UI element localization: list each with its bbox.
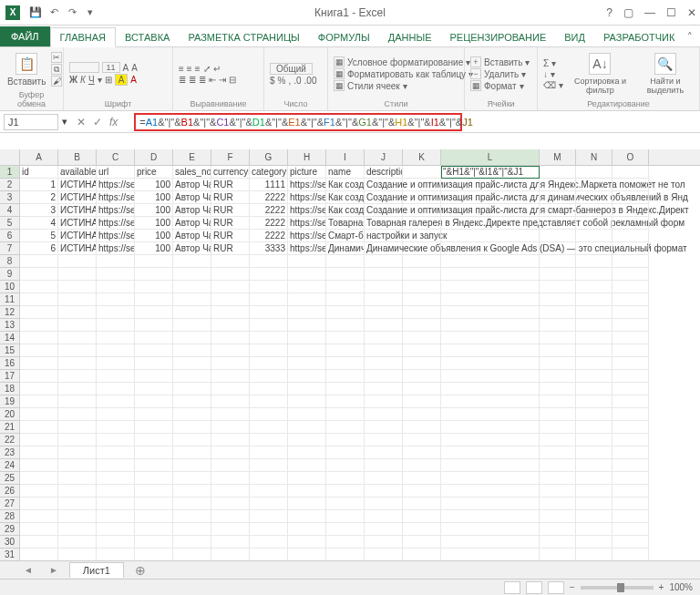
indent-dec-icon[interactable]: ⇤ [209,75,216,85]
cell[interactable] [135,319,173,332]
row-header[interactable]: 2 [0,179,19,191]
cell[interactable] [173,306,211,319]
cell[interactable]: настройки и запуск [365,230,403,242]
cell[interactable]: 1111 [250,179,288,191]
orientation-icon[interactable]: ⤢ [203,64,211,74]
cell[interactable] [58,421,97,434]
cell[interactable] [612,332,649,344]
cell[interactable] [540,344,576,357]
cell[interactable]: 1 [20,179,58,191]
cell[interactable] [20,523,58,536]
indent-inc-icon[interactable]: ⇥ [219,75,226,85]
cell[interactable] [365,549,403,561]
cell[interactable] [97,446,135,459]
cell[interactable] [326,408,365,421]
cell[interactable] [612,344,649,357]
cell[interactable] [576,459,612,472]
cell[interactable] [612,510,649,523]
cell[interactable] [20,510,58,523]
select-all-corner[interactable] [0,149,20,166]
enter-formula-icon[interactable]: ✓ [93,116,102,128]
row-header[interactable]: 28 [0,510,19,523]
cell[interactable] [288,344,326,357]
cell[interactable] [540,281,576,293]
cell[interactable] [250,306,288,319]
row-header[interactable]: 30 [0,536,19,549]
cell[interactable] [288,421,326,434]
cell[interactable] [211,306,250,319]
cell[interactable] [576,344,612,357]
cell[interactable] [135,332,173,344]
cell[interactable] [576,549,612,561]
cell[interactable] [540,332,576,344]
cell[interactable] [211,319,250,332]
cell[interactable] [365,434,403,446]
cell[interactable]: description [365,166,403,179]
cell[interactable] [135,281,173,293]
cell[interactable] [20,370,58,383]
cell[interactable] [441,191,540,204]
cell[interactable] [540,395,576,408]
cell[interactable] [441,242,540,255]
cell[interactable] [540,523,576,536]
cell[interactable]: 2222 [250,217,288,230]
cell[interactable] [250,498,288,510]
cell[interactable] [135,293,173,306]
cell[interactable] [211,395,250,408]
cell[interactable] [97,281,135,293]
cell[interactable] [135,357,173,370]
cell[interactable] [20,485,58,498]
cell[interactable] [441,268,540,281]
cell[interactable]: Автор Чан [173,204,211,217]
paste-button[interactable]: 📋 Вставить [5,51,47,88]
cell[interactable] [326,255,365,268]
cell[interactable] [576,230,612,242]
underline-icon[interactable]: Ч [88,75,95,85]
cell[interactable] [211,421,250,434]
cell[interactable] [173,434,211,446]
cell[interactable] [97,459,135,472]
cell[interactable] [441,536,540,549]
col-header-M[interactable]: M [540,149,576,165]
cell[interactable] [288,395,326,408]
cell[interactable] [288,523,326,536]
row-header[interactable]: 3 [0,191,19,204]
row-header[interactable]: 1 [0,166,19,179]
cell[interactable] [612,217,649,230]
cell[interactable] [211,357,250,370]
cell[interactable]: Создание и оптимизация прайс-листа для д… [365,191,403,204]
cell[interactable] [441,293,540,306]
cell[interactable] [576,370,612,383]
cell[interactable] [540,166,576,179]
clear-icon[interactable]: ⌫ [543,80,556,90]
cell[interactable] [403,166,441,179]
cell[interactable] [540,383,576,395]
cell[interactable] [576,357,612,370]
cell[interactable] [326,332,365,344]
cell[interactable]: 3 [20,204,58,217]
cell[interactable] [97,319,135,332]
cell[interactable] [441,472,540,485]
font-color-icon[interactable]: A [130,75,137,85]
cell[interactable] [58,498,97,510]
cell[interactable] [58,293,97,306]
cell[interactable] [540,472,576,485]
cell[interactable] [97,293,135,306]
cell[interactable] [211,523,250,536]
autosum-icon[interactable]: Σ [543,58,549,68]
cell[interactable] [173,472,211,485]
cell[interactable] [441,319,540,332]
cell[interactable] [20,459,58,472]
cell[interactable] [97,268,135,281]
cell[interactable] [135,344,173,357]
cell[interactable]: categoryi [250,166,288,179]
cell[interactable] [441,179,540,191]
cell[interactable] [441,383,540,395]
cell[interactable] [250,536,288,549]
cell[interactable] [211,281,250,293]
cell[interactable]: Товарная [326,217,365,230]
row-header[interactable]: 25 [0,472,19,485]
fx-icon[interactable]: fx [109,116,118,128]
cell[interactable]: 100 [135,217,173,230]
cell[interactable] [250,344,288,357]
